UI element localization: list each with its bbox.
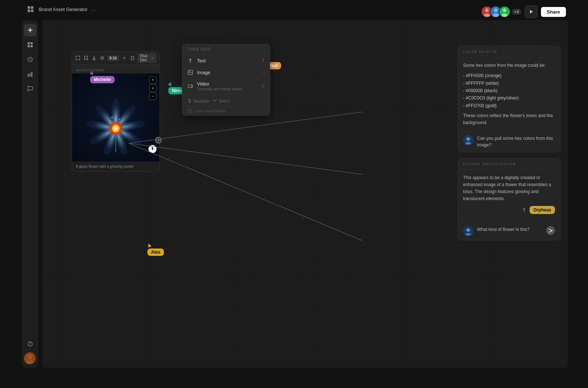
image-toolbar: 9:16 Flux Dev	[72, 52, 159, 65]
svg-point-48	[111, 117, 113, 118]
color-note: These colors reflect the flower's tones …	[463, 112, 555, 126]
svg-point-4	[485, 8, 489, 12]
bot-avatar-1	[463, 135, 473, 145]
svg-point-55	[189, 71, 190, 72]
menu-item-text[interactable]: T Text T	[182, 55, 270, 66]
svg-point-47	[114, 127, 118, 130]
upload-button[interactable]	[148, 145, 157, 153]
svg-rect-0	[28, 6, 30, 9]
bot-avatar-2	[463, 226, 473, 236]
svg-rect-34	[131, 57, 134, 60]
toolbar-ratio[interactable]: 9:16	[107, 55, 119, 61]
color-white: - #FFFFFF (white)	[463, 80, 555, 87]
sidebar-item-chat[interactable]	[24, 83, 36, 95]
expand-btn[interactable]	[75, 54, 81, 62]
svg-rect-3	[31, 10, 33, 12]
color-palette-card: COLOR PALETTE Some hex colors from the i…	[458, 46, 560, 152]
svg-point-60	[466, 137, 470, 141]
svg-point-67	[466, 233, 471, 235]
app-title: Brand Asset Generator	[39, 7, 87, 12]
sidebar-item-analytics[interactable]	[24, 68, 36, 80]
flower-question: What kind of flower is this?	[477, 226, 542, 233]
svg-point-8	[503, 8, 506, 12]
image-icon	[187, 69, 193, 75]
svg-point-50	[110, 123, 111, 124]
flower-description: This appears to be a digitally created o…	[463, 174, 555, 203]
user-avatar-sidebar[interactable]	[24, 352, 36, 364]
send-button-flower[interactable]	[546, 226, 555, 235]
svg-rect-2	[28, 10, 30, 12]
svg-marker-33	[123, 56, 125, 60]
zoom-out-btn[interactable]: −	[149, 93, 157, 100]
navigate-label: Navigate	[193, 99, 209, 103]
color-palette-header: COLOR PALETTE	[458, 46, 560, 58]
avatar-3	[499, 6, 510, 18]
svg-point-49	[119, 119, 120, 120]
sidebar-item-help[interactable]: ?	[24, 338, 36, 350]
menu-item-video-sub: Generate and create videos	[197, 87, 258, 91]
menu-item-video-shortcut: V	[262, 84, 265, 89]
app-logo	[26, 4, 35, 14]
color-gold: - #FFD700 (gold)	[463, 102, 555, 109]
image-label: GLASS FLOWER	[72, 65, 159, 73]
color-question: Can you pull some hex colors from this i…	[477, 135, 555, 148]
svg-line-27	[129, 143, 362, 174]
svg-point-62	[467, 138, 468, 139]
cursor-nima: Nima	[168, 82, 172, 86]
svg-point-24	[26, 360, 33, 364]
canvas[interactable]: 9:16 Flux Dev GLASS FLOWER	[42, 20, 568, 368]
play-button[interactable]	[525, 6, 537, 18]
svg-rect-1	[31, 6, 33, 9]
context-menu-info: i Learn about Blocks	[182, 106, 270, 115]
svg-rect-16	[31, 45, 33, 47]
settings-btn[interactable]	[99, 54, 105, 62]
app-menu-dots[interactable]: ...	[91, 6, 96, 12]
svg-point-5	[484, 14, 490, 17]
share-button[interactable]: Share	[541, 7, 566, 17]
download-btn[interactable]	[91, 54, 97, 62]
flower-id-card: FLOWER IDENTIFICATION This appears to be…	[458, 158, 560, 241]
caption-text: A glass flower with a glowing center	[76, 164, 134, 168]
menu-item-image[interactable]: Image I	[182, 66, 270, 78]
svg-rect-19	[29, 73, 31, 77]
svg-rect-56	[188, 85, 191, 88]
flower-image-container: + 4 −	[72, 73, 159, 162]
header-right: +4 Share	[481, 6, 566, 18]
badge-alex: Alex	[147, 249, 164, 256]
svg-point-9	[502, 14, 508, 17]
select-label: Select	[219, 99, 230, 103]
svg-line-26	[129, 143, 362, 240]
svg-point-23	[27, 354, 32, 359]
add-button[interactable]	[24, 24, 36, 36]
color-black: - #000000 (black)	[463, 87, 555, 94]
sidebar-item-grid[interactable]	[24, 39, 36, 51]
image-controls: + 4 −	[149, 76, 157, 100]
toolbar-model[interactable]: Flux Dev	[137, 53, 157, 63]
bookmark-btn[interactable]	[83, 54, 89, 62]
context-menu-header: Turn Into	[182, 44, 270, 55]
svg-point-68	[467, 229, 468, 230]
context-menu: Turn Into T Text T Image I Video Generat…	[182, 44, 270, 116]
color-intro: Some hex colors from the image could be:	[463, 62, 555, 69]
svg-point-66	[466, 228, 470, 232]
svg-rect-20	[31, 72, 32, 77]
connection-dot[interactable]	[155, 137, 162, 144]
svg-text:i: i	[189, 109, 190, 113]
avatar-count: +4	[512, 9, 521, 15]
menu-item-video-label: Video	[197, 81, 258, 87]
context-menu-footer: Navigate Select	[182, 96, 270, 106]
flash-btn[interactable]	[121, 54, 127, 62]
select-item: Select	[213, 99, 230, 103]
zoom-in-btn[interactable]: +	[149, 76, 157, 84]
color-silver: - #C0C0C0 (light grey/silver)	[463, 94, 555, 102]
text-icon: T	[187, 58, 193, 64]
left-sidebar: ?	[22, 20, 38, 368]
image-block: 9:16 Flux Dev GLASS FLOWER	[72, 51, 160, 172]
svg-point-6	[494, 8, 498, 12]
user-avatars: +4	[481, 6, 521, 18]
navigate-item: Navigate	[187, 99, 209, 103]
sidebar-item-history[interactable]	[24, 53, 36, 66]
copy-btn[interactable]	[129, 54, 135, 62]
menu-item-video[interactable]: Video Generate and create videos V	[182, 78, 270, 94]
zoom-level: 4	[149, 84, 157, 92]
